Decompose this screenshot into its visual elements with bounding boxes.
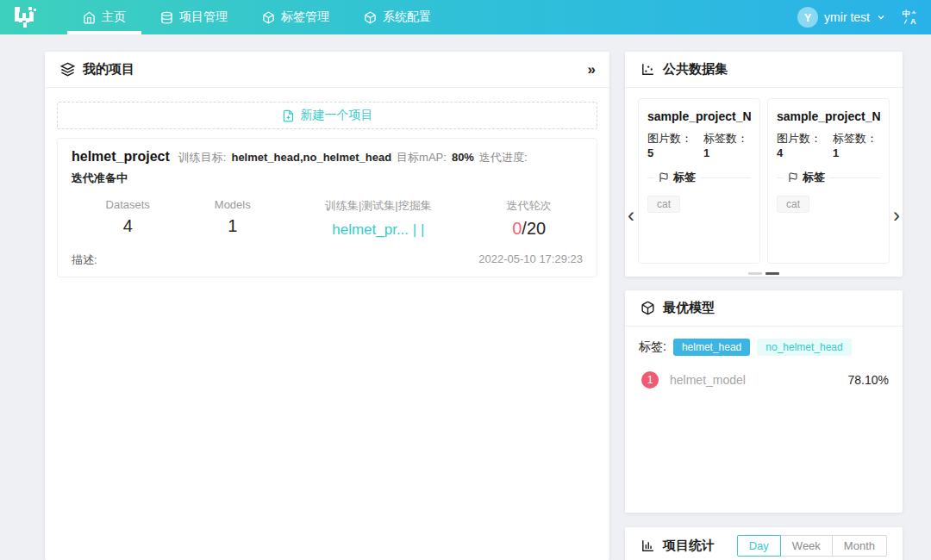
carousel-dot[interactable] [748, 272, 762, 275]
train-target-label: 训练目标: [178, 150, 227, 165]
stat-label: Datasets [72, 198, 184, 211]
tag-chip-selected[interactable]: helmet_head [673, 339, 750, 356]
cube-icon [262, 11, 275, 24]
image-count: 图片数：4 [777, 131, 824, 159]
image-count: 图片数：5 [647, 131, 695, 159]
header-right: Y ymir test 中 A [797, 7, 931, 28]
expand-panel-button[interactable]: » [588, 61, 594, 78]
nav-item-home[interactable]: 主页 [66, 0, 143, 34]
my-projects-panel: 我的项目 » 新建一个项目 helmet_project 训练目标: helme… [45, 52, 609, 560]
stat-iteration-round: 迭代轮次 0/20 [475, 198, 583, 239]
model-tags-row: 标签: helmet_head no_helmet_head [639, 339, 889, 356]
nav-item-label: 主页 [102, 9, 126, 25]
labels-divider: 标签 [777, 170, 880, 185]
panel-title: 项目统计 [663, 538, 715, 554]
layers-icon [60, 62, 75, 77]
stat-datasets: Datasets 4 [72, 198, 184, 239]
target-map-label: 目标mAP: [397, 150, 447, 165]
dataset-name: sample_project_No... [777, 109, 880, 123]
project-card[interactable]: helmet_project 训练目标: helmet_head,no_helm… [57, 138, 597, 277]
stat-value-link[interactable]: helmet_pr... | | [281, 219, 475, 239]
best-model-header: 最优模型 [625, 290, 903, 327]
public-datasets-header: 公共数据集 [625, 52, 903, 88]
model-score: 78.10% [848, 373, 889, 387]
my-projects-body: 新建一个项目 helmet_project 训练目标: helmet_head,… [45, 88, 609, 291]
project-name: helmet_project [72, 149, 170, 165]
stat-label: 迭代轮次 [475, 198, 583, 214]
avatar: Y [797, 7, 818, 28]
bar-chart-icon [640, 538, 655, 553]
rank-badge: 1 [641, 371, 659, 389]
dataset-card[interactable]: sample_project_No... 图片数：4 标签数：1 标签 cat [767, 98, 890, 264]
translate-icon: 中 A [902, 9, 919, 26]
carousel-dot-active[interactable] [765, 272, 779, 275]
label-count: 标签数：1 [703, 131, 751, 159]
new-project-label: 新建一个项目 [301, 108, 373, 123]
nav-item-project-management[interactable]: 项目管理 [143, 0, 245, 34]
labels-divider-text: 标签 [673, 170, 696, 185]
ymir-logo[interactable] [0, 0, 50, 34]
nav-item-system-config[interactable]: 系统配置 [347, 0, 448, 34]
nav-item-label: 系统配置 [383, 9, 431, 25]
username: ymir test [824, 10, 870, 24]
stat-label: Models [184, 198, 281, 211]
labels-divider: 标签 [647, 170, 751, 185]
datasets-carousel: ‹ › sample_project_No... 图片数：5 标签数：1 标签 … [625, 88, 903, 282]
new-project-button[interactable]: 新建一个项目 [57, 102, 597, 129]
panel-title: 最优模型 [663, 300, 715, 316]
home-icon [83, 11, 96, 24]
panel-title: 我的项目 [83, 61, 134, 78]
language-switch-button[interactable]: 中 A [902, 9, 919, 26]
cube-icon [640, 301, 655, 315]
svg-text:A: A [910, 17, 916, 26]
app-header: 主页 项目管理 标签管理 系统配置 Y ymir test [0, 0, 931, 34]
labels-divider-text: 标签 [803, 170, 825, 185]
dot-chart-icon [640, 62, 655, 77]
dataset-counts: 图片数：4 标签数：1 [777, 131, 880, 159]
chevron-down-icon [876, 12, 886, 22]
dataset-tag: cat [647, 196, 680, 213]
stat-value: 4 [72, 216, 184, 236]
iteration-progress-value: 迭代准备中 [72, 171, 128, 186]
range-button-day[interactable]: Day [737, 535, 781, 557]
model-row[interactable]: 1 helmet_model 78.10% [639, 371, 889, 389]
stat-value: 0/20 [475, 219, 583, 239]
stat-dataset-groups: 训练集|测试集|挖掘集 helmet_pr... | | [281, 198, 475, 239]
stat-value: 1 [184, 216, 281, 236]
target-map-value: 80% [452, 151, 474, 164]
carousel-pagination [638, 264, 890, 282]
carousel-prev-button[interactable]: ‹ [628, 207, 634, 224]
project-statistics-panel: 项目统计 Day Week Month [625, 527, 903, 560]
range-button-week[interactable]: Week [780, 535, 833, 557]
cube-icon [364, 11, 377, 24]
stat-label: 训练集|测试集|挖掘集 [281, 198, 475, 214]
range-button-month[interactable]: Month [832, 535, 887, 557]
user-menu[interactable]: Y ymir test [797, 7, 886, 28]
dataset-tag: cat [777, 196, 809, 213]
project-statistics-header: 项目统计 Day Week Month [625, 527, 903, 560]
project-card-footer: 描述: 2022-05-10 17:29:23 [72, 252, 583, 268]
nav-item-label-management[interactable]: 标签管理 [245, 0, 347, 34]
tag-chip[interactable]: no_helmet_head [757, 339, 851, 356]
panel-title: 公共数据集 [663, 61, 728, 78]
iteration-total: /20 [522, 219, 546, 238]
dataset-card[interactable]: sample_project_No... 图片数：5 标签数：1 标签 cat [638, 98, 760, 264]
carousel-next-button[interactable]: › [893, 207, 900, 224]
nav-item-label: 项目管理 [179, 9, 228, 25]
iteration-current: 0 [512, 219, 522, 238]
model-name: helmet_model [670, 373, 746, 387]
my-projects-header: 我的项目 » [45, 52, 609, 88]
label-count: 标签数：1 [833, 131, 880, 159]
tags-label: 标签: [639, 339, 666, 355]
nav-item-label: 标签管理 [281, 9, 329, 25]
dataset-counts: 图片数：5 标签数：1 [647, 131, 751, 159]
dataset-cards: sample_project_No... 图片数：5 标签数：1 标签 cat … [638, 98, 890, 264]
description-label: 描述: [72, 252, 97, 268]
train-target-value: helmet_head,no_helmet_head [231, 151, 391, 164]
iteration-progress-label: 迭代进度: [479, 150, 528, 165]
public-datasets-panel: 公共数据集 ‹ › sample_project_No... 图片数：5 标签数… [625, 52, 903, 277]
project-timestamp: 2022-05-10 17:29:23 [478, 252, 583, 268]
project-stats-row: Datasets 4 Models 1 训练集|测试集|挖掘集 helmet_p… [72, 198, 583, 239]
stat-models: Models 1 [184, 198, 281, 239]
flag-icon [788, 172, 798, 183]
